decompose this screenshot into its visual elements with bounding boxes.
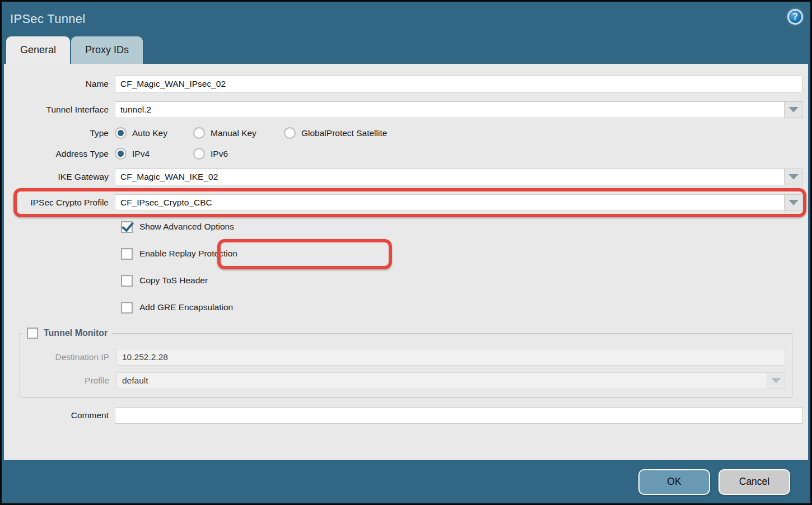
- comment-label: Comment: [10, 410, 115, 420]
- cancel-button[interactable]: Cancel: [718, 469, 790, 495]
- ipsec-crypto-profile-input[interactable]: [115, 194, 785, 211]
- copy-tos-header-checkbox[interactable]: [121, 275, 133, 287]
- tab-bar: General Proxy IDs: [2, 36, 810, 64]
- radio-button-icon: [115, 148, 127, 160]
- ipsec-crypto-profile-label: IPSec Crypto Profile: [10, 198, 115, 208]
- profile-input: [116, 372, 767, 389]
- ike-gateway-row: IKE Gateway: [10, 169, 802, 185]
- profile-label: Profile: [20, 376, 116, 386]
- name-input[interactable]: [115, 76, 802, 92]
- profile-dropdown-button: [767, 372, 785, 389]
- ike-gateway-input[interactable]: [115, 169, 785, 185]
- help-icon[interactable]: ?: [787, 9, 803, 25]
- tunnel-interface-label: Tunnel Interface: [10, 105, 115, 115]
- address-type-label: Address Type: [10, 149, 115, 159]
- dialog-titlebar: IPSec Tunnel ?: [2, 2, 810, 36]
- destination-ip-row: Destination IP: [20, 349, 792, 366]
- tab-general[interactable]: General: [6, 36, 70, 64]
- tunnel-interface-input[interactable]: [115, 101, 785, 118]
- destination-ip-label: Destination IP: [20, 352, 116, 362]
- enable-replay-protection-row[interactable]: Enable Replay Protection: [121, 247, 802, 260]
- comment-input[interactable]: [115, 407, 802, 424]
- type-row: Type Auto Key Manual Key GlobalProtect S…: [10, 127, 802, 139]
- radio-button-icon: [115, 127, 127, 139]
- ike-gateway-dropdown-button[interactable]: [785, 169, 802, 185]
- profile-row: Profile: [20, 372, 792, 389]
- radio-button-icon: [284, 127, 296, 139]
- radio-ipv6[interactable]: IPv6: [193, 148, 228, 160]
- chevron-down-icon: [788, 200, 799, 205]
- address-type-row: Address Type IPv4 IPv6: [10, 148, 802, 160]
- name-row: Name: [10, 76, 802, 92]
- chevron-down-icon: [788, 174, 799, 180]
- radio-button-icon: [193, 148, 205, 160]
- radio-globalprotect-satellite[interactable]: GlobalProtect Satellite: [284, 127, 387, 139]
- ike-gateway-label: IKE Gateway: [10, 172, 115, 182]
- dialog-content: Name Tunnel Interface Type Auto Key: [4, 64, 808, 460]
- comment-row: Comment: [10, 407, 802, 424]
- enable-replay-protection-checkbox[interactable]: [121, 248, 133, 260]
- add-gre-encapsulation-checkbox[interactable]: [121, 302, 133, 314]
- radio-button-icon: [193, 127, 205, 139]
- dialog-title: IPSec Tunnel: [10, 12, 85, 26]
- type-label: Type: [10, 128, 115, 138]
- copy-tos-header-row[interactable]: Copy ToS Header: [121, 274, 802, 287]
- show-advanced-options-checkbox[interactable]: [121, 221, 133, 233]
- ipsec-tunnel-dialog: IPSec Tunnel ? General Proxy IDs Name Tu…: [0, 0, 812, 505]
- tunnel-monitor-checkbox[interactable]: [27, 328, 38, 339]
- tunnel-interface-dropdown-button[interactable]: [785, 101, 802, 118]
- radio-manual-key[interactable]: Manual Key: [193, 127, 284, 139]
- chevron-down-icon: [771, 378, 781, 384]
- radio-ipv4[interactable]: IPv4: [115, 148, 193, 160]
- ipsec-crypto-profile-dropdown-button[interactable]: [785, 194, 802, 211]
- dialog-footer: OK Cancel: [2, 460, 810, 503]
- name-label: Name: [10, 79, 115, 89]
- ipsec-crypto-profile-row: IPSec Crypto Profile: [10, 194, 802, 211]
- tunnel-interface-row: Tunnel Interface: [10, 101, 802, 118]
- tunnel-monitor-fieldset: Tunnel Monitor Destination IP Profile: [20, 328, 792, 398]
- add-gre-encapsulation-row[interactable]: Add GRE Encapsulation: [121, 301, 802, 314]
- red-highlight-annotation: [217, 239, 392, 269]
- tab-proxy-ids[interactable]: Proxy IDs: [71, 36, 143, 64]
- chevron-down-icon: [788, 107, 799, 113]
- destination-ip-input: [116, 349, 785, 366]
- show-advanced-options-row[interactable]: Show Advanced Options: [121, 220, 802, 233]
- ok-button[interactable]: OK: [638, 469, 710, 495]
- tunnel-monitor-legend[interactable]: Tunnel Monitor: [22, 328, 112, 339]
- radio-auto-key[interactable]: Auto Key: [115, 127, 193, 139]
